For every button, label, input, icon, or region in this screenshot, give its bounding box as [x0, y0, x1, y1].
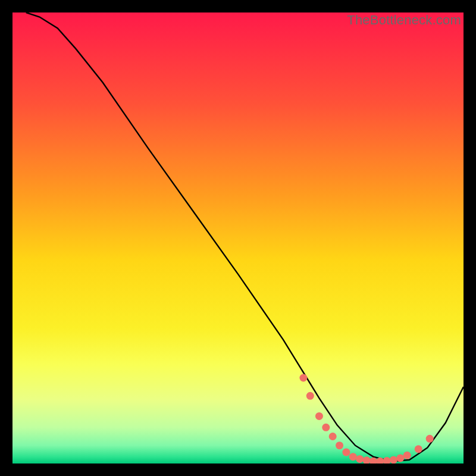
marker-dot [315, 412, 323, 420]
marker-dot [356, 455, 364, 463]
bottleneck-chart [12, 12, 464, 464]
watermark-text: TheBottleneck.com [347, 12, 461, 28]
chart-background [12, 12, 464, 464]
marker-dot [349, 453, 357, 461]
marker-dot [390, 456, 397, 464]
marker-dot [396, 454, 404, 462]
marker-dot [336, 441, 343, 449]
marker-dot [415, 445, 422, 453]
marker-dot [403, 452, 411, 459]
marker-dot [306, 392, 314, 400]
marker-dot [342, 449, 350, 456]
chart-frame: TheBottleneck.com [12, 12, 464, 464]
marker-dot [329, 433, 337, 440]
marker-dot [299, 374, 307, 381]
marker-dot [322, 424, 330, 431]
marker-dot [426, 435, 434, 443]
